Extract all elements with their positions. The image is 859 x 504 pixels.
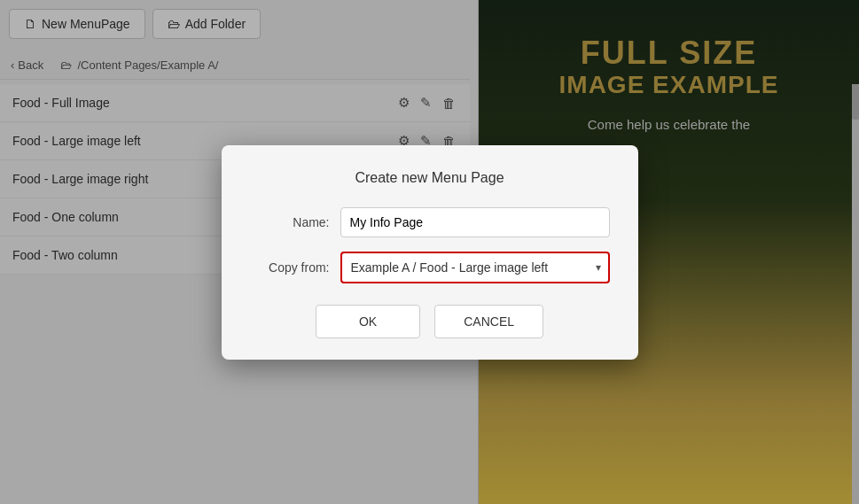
copy-from-field-row: Copy from: Example A / Food - Full Image…	[250, 252, 610, 283]
name-label: Name:	[250, 215, 330, 229]
dialog-buttons: OK CANCEL	[250, 305, 610, 338]
cancel-button[interactable]: CANCEL	[434, 305, 543, 338]
name-input[interactable]	[340, 207, 610, 237]
ok-button[interactable]: OK	[316, 305, 420, 338]
create-menu-page-dialog: Create new Menu Page Name: Copy from: Ex…	[222, 145, 638, 360]
copy-from-select-wrapper: Example A / Food - Full ImageExample A /…	[340, 252, 610, 283]
copy-from-select[interactable]: Example A / Food - Full ImageExample A /…	[340, 252, 610, 283]
name-field-row: Name:	[250, 207, 610, 237]
copy-from-label: Copy from:	[250, 260, 330, 275]
dialog-title: Create new Menu Page	[250, 170, 610, 186]
modal-overlay: Create new Menu Page Name: Copy from: Ex…	[0, 0, 859, 504]
